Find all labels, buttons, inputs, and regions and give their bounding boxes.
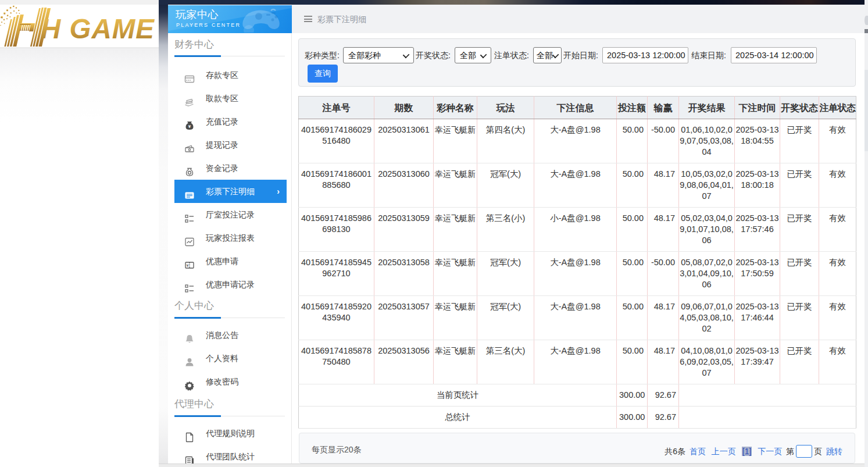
svg-text:H GAME: H GAME bbox=[41, 13, 155, 44]
svg-text:¥: ¥ bbox=[187, 263, 189, 268]
svg-text:¥: ¥ bbox=[188, 124, 191, 129]
